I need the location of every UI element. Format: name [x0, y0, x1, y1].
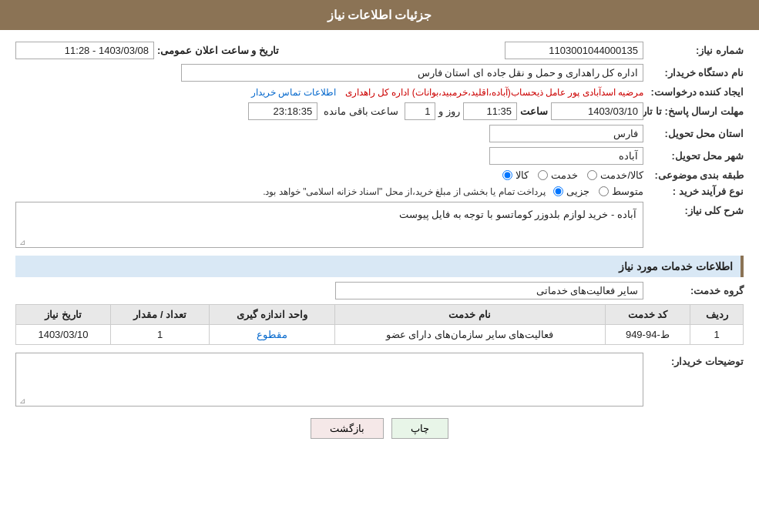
reply-date: 1403/03/10 — [551, 102, 643, 120]
need-number-value: 1103001044000135 — [505, 42, 643, 59]
need-description-label: شرح کلی نیاز: — [643, 202, 744, 216]
purchase-type-radio-motavset[interactable] — [599, 186, 609, 196]
purchase-type-label: نوع فرآیند خرید : — [643, 186, 744, 197]
service-group-row: گروه خدمت: سایر فعالیت‌های خدماتی — [15, 282, 744, 299]
need-description-container: آباده - خرید لوازم بلدوزر کوماتسو با توج… — [15, 202, 643, 248]
resize-handle[interactable]: ⊿ — [18, 238, 25, 246]
reply-time: 11:35 — [463, 102, 517, 120]
reply-remaining-label: ساعت باقی مانده — [324, 105, 398, 117]
category-option-kala: کالا — [502, 169, 529, 181]
province-value: فارس — [489, 125, 643, 142]
buyer-description-row: توضیحات خریدار: ⊿ — [15, 353, 744, 407]
page-wrapper: جزئیات اطلاعات نیاز شماره نیاز: 11030010… — [0, 0, 759, 532]
category-label: طبقه بندی موضوعی: — [643, 169, 744, 181]
reply-time-label: ساعت — [520, 105, 548, 117]
reply-remaining: 23:18:35 — [248, 102, 317, 120]
category-option-kala-khedmat: کالا/خدمت — [587, 169, 643, 181]
services-table: ردیف کد خدمت نام خدمت واحد اندازه گیری ت… — [15, 304, 744, 345]
category-radio-kala-khedmat[interactable] — [587, 170, 597, 180]
buyer-description-label: توضیحات خریدار: — [643, 353, 744, 367]
buyer-resize-handle[interactable]: ⊿ — [18, 396, 25, 404]
need-number-row: شماره نیاز: 1103001044000135 تاریخ و ساع… — [15, 42, 744, 59]
page-header: جزئیات اطلاعات نیاز — [0, 0, 759, 30]
buyer-org-row: نام دستگاه خریدار: اداره کل راهداری و حم… — [15, 64, 744, 82]
content-area: شماره نیاز: 1103001044000135 تاریخ و ساع… — [0, 30, 759, 458]
buyer-org-label: نام دستگاه خریدار: — [643, 67, 744, 79]
table-row: 1ط-94-949فعالیت‌های سایر سازمان‌های دارا… — [16, 325, 744, 345]
category-radio-kala[interactable] — [502, 170, 512, 180]
category-option-khedmat: خدمت — [538, 169, 578, 181]
services-section-header: اطلاعات خدمات مورد نیاز — [15, 256, 744, 277]
reply-days-label: روز و — [438, 105, 460, 117]
purchase-type-row: نوع فرآیند خرید : متوسط جزیی پرداخت تمام… — [15, 186, 744, 197]
category-kala-label: کالا — [516, 169, 529, 181]
col-header-quantity: تعداد / مقدار — [110, 305, 210, 325]
back-button[interactable]: بازگشت — [311, 418, 384, 439]
page-title: جزئیات اطلاعات نیاز — [327, 8, 432, 22]
purchase-type-motavset-label: متوسط — [612, 186, 643, 197]
reply-deadline-row: مهلت ارسال پاسخ: تا تاریخ: 1403/03/10 سا… — [15, 102, 744, 120]
purchase-type-radio-group: متوسط جزیی — [553, 186, 643, 197]
date-label: تاریخ و ساعت اعلان عمومی: — [157, 45, 279, 56]
service-group-label: گروه خدمت: — [643, 285, 744, 296]
cell-unit: مقطوع — [210, 325, 334, 345]
requester-label: ایجاد کننده درخواست: — [643, 86, 744, 98]
col-header-name: نام خدمت — [334, 305, 605, 325]
need-description-row: شرح کلی نیاز: آباده - خرید لوازم بلدوزر … — [15, 202, 744, 248]
category-row: طبقه بندی موضوعی: کالا/خدمت خدمت کالا — [15, 169, 744, 181]
category-radio-khedmat[interactable] — [538, 170, 548, 180]
city-value: آباده — [489, 147, 643, 165]
requester-value: مرضیه اسدآبادی پور عامل ذیحساب(آباده،اقل… — [345, 87, 643, 98]
button-row: بازگشت چاپ — [15, 418, 744, 439]
purchase-type-option-motavset: متوسط — [599, 186, 643, 197]
reply-deadline-label: مهلت ارسال پاسخ: تا تاریخ: — [643, 105, 744, 117]
category-kala-khedmat-label: کالا/خدمت — [600, 169, 643, 181]
service-group-value: سایر فعالیت‌های خدماتی — [335, 282, 643, 299]
purchase-type-jozi-label: جزیی — [566, 186, 589, 197]
buyer-description-container: ⊿ — [15, 353, 643, 407]
category-khedmat-label: خدمت — [551, 169, 578, 181]
category-radio-group: کالا/خدمت خدمت کالا — [502, 169, 643, 181]
purchase-type-option-jozi: جزیی — [553, 186, 589, 197]
buyer-org-value: اداره کل راهداری و حمل و نقل جاده ای است… — [181, 64, 643, 82]
col-header-code: کد خدمت — [605, 305, 690, 325]
col-header-row: ردیف — [690, 305, 744, 325]
cell-date: 1403/03/10 — [16, 325, 111, 345]
col-header-unit: واحد اندازه گیری — [210, 305, 334, 325]
purchase-type-note: پرداخت تمام یا بخشی از مبلغ خرید،از محل … — [263, 186, 546, 197]
reply-days: 1 — [405, 102, 435, 120]
col-header-date: تاریخ نیاز — [16, 305, 111, 325]
buyer-description-value — [19, 356, 640, 363]
requester-row: ایجاد کننده درخواست: مرضیه اسدآبادی پور … — [15, 86, 744, 98]
date-value: 1403/03/08 - 11:28 — [15, 42, 154, 59]
services-section-label: اطلاعات خدمات مورد نیاز — [619, 260, 733, 273]
contact-link[interactable]: اطلاعات تماس خریدار — [251, 87, 336, 98]
province-label: استان محل تحویل: — [643, 128, 744, 139]
cell-quantity: 1 — [110, 325, 210, 345]
city-label: شهر محل تحویل: — [643, 150, 744, 162]
cell-code: ط-94-949 — [605, 325, 690, 345]
city-row: شهر محل تحویل: آباده — [15, 147, 744, 165]
print-button[interactable]: چاپ — [391, 418, 448, 439]
province-row: استان محل تحویل: فارس — [15, 125, 744, 142]
purchase-type-radio-jozi[interactable] — [553, 186, 563, 196]
need-description-value: آباده - خرید لوازم بلدوزر کوماتسو با توج… — [19, 206, 640, 223]
need-number-label: شماره نیاز: — [643, 45, 744, 56]
cell-row-num: 1 — [690, 325, 744, 345]
cell-name: فعالیت‌های سایر سازمان‌های دارای عضو — [334, 325, 605, 345]
